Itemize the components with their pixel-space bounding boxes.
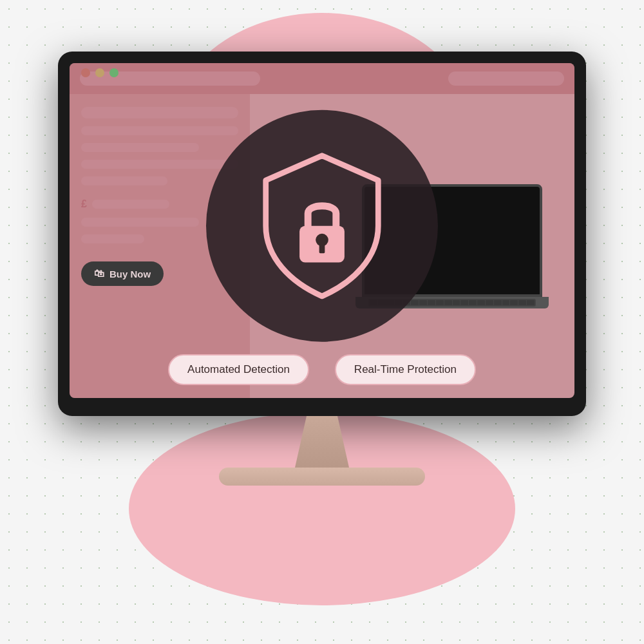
shield-lock-icon — [245, 149, 399, 303]
panel-bar-6 — [81, 218, 199, 227]
panel-bar-5 — [81, 176, 167, 185]
close-dot — [81, 68, 90, 77]
panel-bar-7 — [81, 234, 144, 243]
monitor-neck — [283, 416, 361, 468]
svg-rect-2 — [319, 243, 325, 253]
realtime-protection-label: Real-Time Protection — [335, 354, 476, 385]
buy-now-label: Buy Now — [109, 269, 151, 279]
traffic-lights — [81, 68, 118, 77]
url-bar-right — [448, 71, 564, 86]
panel-bar-3 — [81, 143, 199, 152]
monitor-wrapper: £ 🛍 Buy Now — [58, 52, 586, 486]
automated-detection-label: Automated Detection — [168, 354, 309, 385]
monitor-bezel: £ 🛍 Buy Now — [58, 52, 586, 416]
bag-icon: 🛍 — [94, 268, 104, 279]
minimize-dot — [95, 68, 104, 77]
buy-now-button[interactable]: 🛍 Buy Now — [81, 261, 164, 286]
bottom-labels: Automated Detection Real-Time Protection — [70, 354, 574, 385]
currency-symbol: £ — [81, 198, 87, 210]
fullscreen-dot — [109, 68, 118, 77]
browser-chrome — [70, 63, 574, 94]
price-bar — [92, 200, 169, 209]
panel-bar-2 — [81, 126, 238, 135]
monitor-base — [219, 468, 425, 486]
shield-circle — [206, 110, 438, 342]
monitor-screen: £ 🛍 Buy Now — [70, 63, 574, 398]
panel-bar-1 — [81, 107, 238, 118]
panel-bar-4 — [81, 160, 238, 169]
